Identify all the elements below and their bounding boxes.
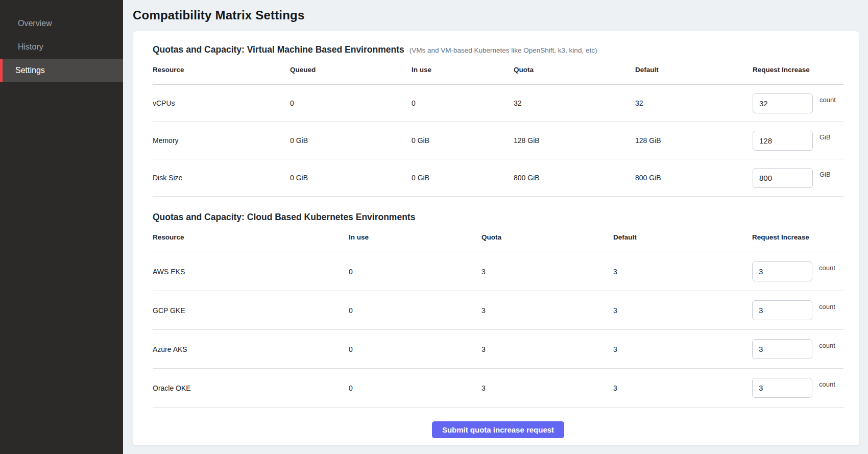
sidebar-item-settings[interactable]: Settings [0,59,123,82]
vm-section-subtitle: (VMs and VM-based Kubernetes like OpenSh… [409,46,597,54]
cell-default: 800 GiB [635,174,753,182]
vm-quota-table: Resource Queued In use Quota Default Req… [153,55,843,197]
column-header-resource: Resource [153,66,290,74]
cell-default: 3 [613,384,752,392]
cell-quota: 3 [481,384,613,392]
sidebar-item-label: Settings [15,66,45,75]
disk-size-request-increase-input[interactable] [753,168,813,188]
cell-resource: Azure AKS [153,345,349,353]
aws-eks-request-increase-input[interactable] [752,261,812,281]
cell-in-use: 0 [412,99,514,107]
page-title: Compatibility Matrix Settings [133,8,859,22]
sidebar-item-label: Overview [18,19,52,28]
cell-resource: AWS EKS [153,268,349,276]
vm-section-title: Quotas and Capacity: Virtual Machine Bas… [153,44,404,55]
submit-area: Submit quota increase request [153,408,843,438]
submit-quota-increase-button[interactable]: Submit quota increase request [432,421,564,438]
k8s-section-header: Quotas and Capacity: Cloud Based Kuberne… [153,212,843,223]
k8s-section-title: Quotas and Capacity: Cloud Based Kuberne… [153,212,415,223]
sidebar-item-history[interactable]: History [0,35,123,59]
cell-quota: 3 [481,268,613,276]
gcp-gke-request-increase-input[interactable] [752,300,812,320]
cell-resource: Disk Size [153,174,290,182]
unit-label: count [819,96,836,104]
k8s-quota-table: Resource In use Quota Default Request In… [153,223,843,408]
cell-queued: 0 [290,99,412,107]
unit-label: GiB [819,171,831,178]
sidebar-item-label: History [18,42,43,52]
cell-resource: GCP GKE [153,306,349,315]
oracle-oke-request-increase-input[interactable] [752,378,812,398]
sidebar-item-overview[interactable]: Overview [0,12,123,35]
cell-queued: 0 GiB [290,136,412,145]
cell-request-increase: GiB [753,168,843,188]
cell-quota: 3 [481,345,613,353]
azure-aks-request-increase-input[interactable] [752,339,812,359]
vcpus-request-increase-input[interactable] [753,93,813,113]
table-row-gcp-gke: GCP GKE 0 3 3 count [153,291,843,330]
unit-label: count [819,303,835,310]
cell-quota: 128 GiB [514,136,635,145]
vm-table-header-row: Resource Queued In use Quota Default Req… [153,55,843,85]
column-header-resource: Resource [153,233,349,241]
cell-default: 3 [613,268,752,276]
table-row-azure-aks: Azure AKS 0 3 3 count [153,330,843,369]
cell-request-increase: GiB [753,131,843,151]
table-row-vcpus: vCPUs 0 0 32 32 count [153,85,843,122]
cell-default: 3 [613,306,752,315]
cell-default: 128 GiB [635,136,753,145]
cell-quota: 800 GiB [514,174,635,182]
app-layout: Overview History Settings Compatibility … [0,0,868,454]
table-row-oracle-oke: Oracle OKE 0 3 3 count [153,369,843,408]
column-header-quota: Quota [514,66,635,74]
cell-in-use: 0 [349,268,481,276]
memory-request-increase-input[interactable] [753,131,813,151]
column-header-in-use: In use [349,233,481,241]
cell-resource: Memory [153,136,290,145]
cell-in-use: 0 [349,306,481,315]
unit-label: count [819,380,835,388]
column-header-request-increase: Request Increase [752,233,843,241]
cell-queued: 0 GiB [290,174,412,182]
cell-in-use: 0 [349,384,481,392]
cell-in-use: 0 GiB [412,136,514,145]
cell-quota: 32 [514,99,635,107]
cell-resource: vCPUs [153,99,290,107]
column-header-quota: Quota [481,233,613,241]
sidebar: Overview History Settings [0,0,123,454]
quota-settings-card: Quotas and Capacity: Virtual Machine Bas… [133,31,859,446]
cell-request-increase: count [752,378,843,398]
cell-request-increase: count [752,339,843,359]
table-row-memory: Memory 0 GiB 0 GiB 128 GiB 128 GiB GiB [153,122,843,159]
cell-request-increase: count [753,93,843,113]
unit-label: count [819,264,835,272]
column-header-queued: Queued [290,66,412,74]
column-header-default: Default [635,66,753,74]
cell-resource: Oracle OKE [153,384,349,392]
unit-label: count [819,342,835,349]
cell-request-increase: count [752,261,843,281]
cell-in-use: 0 [349,345,481,353]
unit-label: GiB [819,133,831,141]
column-header-default: Default [613,233,752,241]
column-header-request-increase: Request Increase [753,66,843,74]
main-content: Compatibility Matrix Settings Quotas and… [123,0,868,454]
table-row-aws-eks: AWS EKS 0 3 3 count [153,252,843,291]
cell-default: 32 [635,99,753,107]
vm-section-header: Quotas and Capacity: Virtual Machine Bas… [153,44,843,55]
cell-request-increase: count [752,300,843,320]
k8s-table-header-row: Resource In use Quota Default Request In… [153,223,843,252]
cell-in-use: 0 GiB [412,174,514,182]
cell-default: 3 [613,345,752,353]
table-row-disk-size: Disk Size 0 GiB 0 GiB 800 GiB 800 GiB Gi… [153,159,843,197]
cell-quota: 3 [481,306,613,315]
column-header-in-use: In use [412,66,514,74]
